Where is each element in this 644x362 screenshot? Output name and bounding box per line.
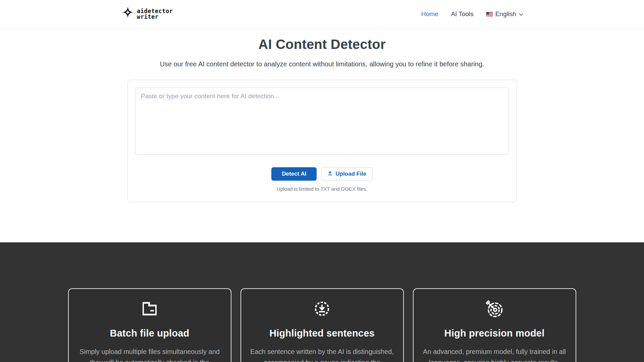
feature-description: Each sentence written by the AI is disti…	[250, 346, 394, 362]
chevron-down-icon	[519, 10, 523, 18]
content-input[interactable]	[135, 87, 509, 155]
brand-name: aidetector writer	[137, 8, 173, 20]
feature-title: Highlighted sentences	[250, 328, 394, 339]
feature-title: High precision model	[422, 328, 567, 339]
feature-description: Simply upload multiple files simultaneou…	[77, 346, 222, 362]
sparkle-star-icon	[121, 6, 135, 22]
language-selector[interactable]: English	[486, 10, 523, 18]
feature-title: Batch file upload	[77, 328, 222, 339]
nav-item-ai-tools[interactable]: AI Tools	[451, 10, 473, 18]
feature-description: An advanced, premium model, fully traine…	[422, 346, 567, 362]
upload-file-button[interactable]: Upload File	[321, 167, 373, 181]
detect-ai-button[interactable]: Detect AI	[271, 167, 317, 181]
brand-logo[interactable]: aidetector writer	[121, 6, 173, 22]
upload-file-label: Upload File	[335, 171, 366, 177]
features-section: Batch file upload Simply upload multiple…	[0, 242, 644, 362]
target-dart-icon	[422, 299, 567, 318]
us-flag-icon	[486, 12, 493, 16]
page-title: AI Content Detector	[0, 37, 644, 52]
main-nav: Home AI Tools English	[421, 10, 523, 18]
upload-note: Upload is limited to TXT and DOCX files.	[135, 186, 509, 192]
feature-card-highlighted-sentences: Highlighted sentences Each sentence writ…	[240, 288, 404, 362]
feature-card-high-precision: High precision model An advanced, premiu…	[413, 288, 576, 362]
seal-download-icon	[250, 299, 394, 318]
folder-batch-icon	[77, 299, 222, 318]
page-subtitle: Use our free AI content detector to anal…	[0, 60, 644, 68]
upload-icon	[327, 171, 333, 178]
brand-line-2: writer	[137, 14, 173, 20]
nav-item-home[interactable]: Home	[421, 10, 438, 18]
language-label: English	[495, 10, 516, 18]
detector-panel: Detect AI Upload File Upload is limited …	[127, 80, 517, 202]
site-header: aidetector writer Home AI Tools English	[0, 0, 644, 28]
feature-card-batch-upload: Batch file upload Simply upload multiple…	[68, 288, 231, 362]
